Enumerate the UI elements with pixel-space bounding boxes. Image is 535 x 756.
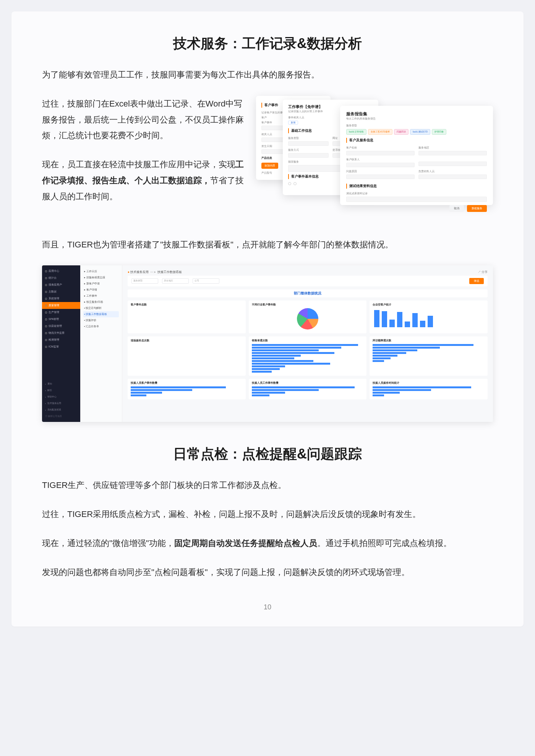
panel-title: 现场服务总次数 xyxy=(131,339,243,342)
section2-p3-suffix: 。通过手机拍照即可完成点检填报。 xyxy=(317,538,452,548)
front-field[interactable] xyxy=(346,197,487,202)
filter-field[interactable]: 所在地区 xyxy=(162,278,189,284)
tree-item[interactable]: ▸ 技服各维度总报 xyxy=(83,275,119,281)
tag[interactable]: 问题回访 xyxy=(394,129,409,135)
mid-field[interactable] xyxy=(288,153,329,158)
front-l-testrec: 测试成果资料记录 xyxy=(346,192,487,195)
front-l-reason: 问题原因 xyxy=(346,170,415,173)
back-add-btn[interactable]: 添加内容 xyxy=(261,163,278,169)
nav-item[interactable]: 物流文件监督 xyxy=(42,330,80,336)
nav-item[interactable]: 应用中心 xyxy=(42,268,80,275)
nav-item[interactable]: 系统管理 xyxy=(42,295,80,302)
tree-item[interactable]: ▸ 工作日历 xyxy=(83,268,119,275)
form-card-front: 服务报告集 每次工作的具体服务报告 服务类型 5a03-正常销售 业务工艺/打印… xyxy=(340,106,493,205)
nav-bottom-item[interactable]: •技术服务应用 xyxy=(42,400,80,407)
tree-item[interactable]: ▸ 工作事件 xyxy=(83,293,119,299)
panel-grid: 客户事件总数 不同行业客户事件数合业空客户统计现场服务总次数 销售单通次数拜访额… xyxy=(128,300,488,399)
front-sec-test: 测试结果资料信息 xyxy=(346,184,487,189)
tree-item[interactable]: ▸ 独立服务/问卷 xyxy=(83,299,119,305)
panel-title: 客户事件总数 xyxy=(131,303,243,307)
section1-dashboard-intro: 而且，TIGER也为管理者搭建了"技服工作数据看板"，点开就能了解今年部门的整体… xyxy=(42,237,493,253)
front-tags: 5a03-正常销售 业务工艺/打印需求 问题回访 5a01-测试打印 护理问卷 xyxy=(346,129,487,135)
front-l-svc: 服务类型 xyxy=(346,124,487,128)
front-field[interactable] xyxy=(346,163,415,167)
front-l-area: 服务地区 xyxy=(418,146,487,150)
crumb-b[interactable]: 技服工作数据看板 xyxy=(157,270,182,274)
mid-l-type: 服务类型 xyxy=(288,136,329,140)
section2-p3-bold: 固定周期自动发送任务提醒给点检人员 xyxy=(174,538,317,548)
panel-title: 技服人员工作事件数量 xyxy=(252,381,364,385)
mid-l-way: 服务方式 xyxy=(288,148,329,152)
front-sub: 每次工作的具体服务报告 xyxy=(346,117,487,121)
nav-item[interactable]: 生产管理 xyxy=(42,309,80,316)
cancel-button[interactable]: 取消 xyxy=(449,205,464,212)
panel-title: 技服人员客户事件数量 xyxy=(131,381,243,385)
dashboard-panel: 拜访额率通次数 xyxy=(370,336,488,376)
nav-item[interactable]: 质量管理 xyxy=(42,302,80,309)
dashboard-panel: 不同行业客户事件数 xyxy=(249,300,367,333)
tag[interactable]: 5a01-测试打印 xyxy=(410,129,430,135)
tag[interactable]: 5a03-正常销售 xyxy=(346,129,366,135)
nav-sidebar: 应用中心统计台报表应用户主数据系统管理质量管理生产管理SPA管理供应链管理物流文… xyxy=(42,265,80,422)
tree-item[interactable]: ▸ 新客户申请 xyxy=(83,281,119,287)
nav-bottom-item[interactable]: •系统配置权限 xyxy=(42,407,80,413)
filter-field[interactable]: 公司 xyxy=(193,278,219,284)
breadcrumb: ● 技术服务应用 ··· > 技服工作数据看板 ↗ 分享 xyxy=(128,268,488,276)
dashboard-panel: 客户事件总数 xyxy=(128,300,246,333)
submit-button[interactable]: 新建服务 xyxy=(467,205,487,212)
front-l-custname: 客户名称 xyxy=(346,146,415,150)
nav-item[interactable]: 供应链管理 xyxy=(42,323,80,330)
front-title: 服务报告集 xyxy=(346,111,487,117)
front-field[interactable] xyxy=(418,151,487,155)
tree-item[interactable]: ▸ 客户详情 xyxy=(83,287,119,293)
tag[interactable]: 护理问卷 xyxy=(432,129,446,135)
tree-item[interactable]: • 汇总任务单 xyxy=(83,323,119,330)
crumb-a[interactable]: 技术服务应用 xyxy=(130,270,149,274)
nav-item[interactable]: 检测管理 xyxy=(42,336,80,343)
nav-item[interactable]: 主数据 xyxy=(42,288,80,295)
front-field[interactable] xyxy=(418,162,487,166)
tree-sidebar: ▸ 工作日历▸ 技服各维度总报▸ 新客户申请▸ 客户详情▸ 工作事件▸ 独立服务… xyxy=(80,265,122,422)
nav-item[interactable]: SPA管理 xyxy=(42,316,80,323)
nav-bottom-item[interactable]: •解答 xyxy=(42,387,80,394)
dashboard-main: ● 技术服务应用 ··· > 技服工作数据看板 ↗ 分享 服务类型 所在地区 公… xyxy=(122,265,493,422)
filter-button[interactable]: 筛选 xyxy=(469,278,484,284)
page-number: 10 xyxy=(42,603,493,611)
tree-item[interactable]: • 独立语句解析 xyxy=(83,305,119,311)
front-l-contact: 客户联系人 xyxy=(346,158,415,162)
section2-title: 日常点检：点检提醒&问题跟踪 xyxy=(42,445,493,464)
section1-intro: 为了能够有效管理员工工作，技服同事需要为每次工作出具体的服务报告。 xyxy=(42,67,493,83)
document-page: 技术服务：工作记录&数据分析 为了能够有效管理员工工作，技服同事需要为每次工作出… xyxy=(11,11,524,627)
panel-title: 销售单通次数 xyxy=(252,339,364,342)
panel-title: 不同行业客户事件数 xyxy=(252,303,364,307)
front-field[interactable] xyxy=(346,174,415,179)
mid-field[interactable] xyxy=(288,141,329,146)
section2-p1: TIGER生产、供应链管理等多个部门板块的日常工作都涉及点检。 xyxy=(42,477,493,493)
dashboard-panel: 合业空客户统计 xyxy=(370,300,488,333)
filter-bar: 服务类型 所在地区 公司 筛选 xyxy=(128,276,488,286)
section2-p2: 过往，TIGER采用纸质点检方式，漏检、补检，问题上报不及时，问题解决后没反馈的… xyxy=(42,506,493,522)
nav-item[interactable]: ICM监管 xyxy=(42,343,80,350)
dashboard-panel: 技服人员工作事件数量 xyxy=(249,379,367,399)
share-link[interactable]: 分享 xyxy=(481,270,488,274)
section1-text: 过往，技服部门在Excel表中做出工记录、在Word中写服务报告，最后统一上传到… xyxy=(42,96,245,218)
dashboard-screenshot: 应用中心统计台报表应用户主数据系统管理质量管理生产管理SPA管理供应链管理物流文… xyxy=(42,265,493,422)
tag[interactable]: 业务工艺/打印需求 xyxy=(368,129,392,135)
dashboard-panel: 现场服务总次数 xyxy=(128,336,246,376)
section2-p4: 发现的问题也都将自动同步至"点检问题看板"，实现了问题上报，问题解决反馈的闭环式… xyxy=(42,564,493,580)
tree-item[interactable]: • 技服工作数据看板 xyxy=(83,311,119,317)
mid-add-btn[interactable]: 新增 xyxy=(288,121,298,124)
front-l-resp: 负责销售人员 xyxy=(418,170,487,173)
section1-past: 过往，技服部门在Excel表中做出工记录、在Word中写服务报告，最后统一上传到… xyxy=(42,96,245,144)
nav-bottom-item[interactable]: •通知 xyxy=(42,381,80,387)
nav-bottom-item[interactable]: •帮助中心 xyxy=(42,394,80,400)
dashboard-panel: 销售单通次数 xyxy=(249,336,367,376)
front-field[interactable] xyxy=(346,151,415,155)
nav-item[interactable]: 报表应用户 xyxy=(42,281,80,288)
tree-item[interactable]: • 技服评价 xyxy=(83,317,119,323)
filter-field[interactable]: 服务类型 xyxy=(131,278,158,284)
front-field[interactable] xyxy=(418,174,487,179)
panel-title: 拜访额率通次数 xyxy=(373,339,485,342)
section1-now: 现在，员工直接在轻流中技服工作应用中记录，实现工作记录填报、报告生成、个人出工数… xyxy=(42,157,245,204)
nav-item[interactable]: 统计台 xyxy=(42,275,80,281)
